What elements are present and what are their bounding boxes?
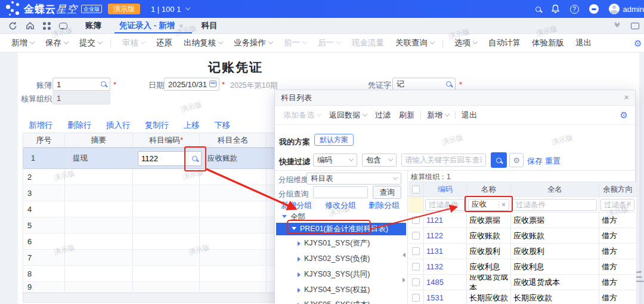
restore-button[interactable]: 还原 xyxy=(156,38,172,48)
col-header-fullname[interactable]: 全名 xyxy=(511,182,599,196)
save-button[interactable]: 保存 xyxy=(45,38,68,48)
row-checkbox[interactable] xyxy=(412,263,420,271)
org-book-switcher[interactable]: 1 | 100 1 xyxy=(151,5,190,14)
delete-group-link[interactable]: 删除分组 xyxy=(369,200,400,211)
collapse-tabs-icon[interactable] xyxy=(615,22,619,26)
move-down-link[interactable]: 下移 xyxy=(214,121,230,130)
row-checkbox[interactable] xyxy=(412,278,420,286)
submit-button[interactable]: 提交 xyxy=(79,38,102,48)
tree-expand-icon[interactable] xyxy=(298,272,301,277)
tree-node-root[interactable]: 全部 xyxy=(282,212,305,222)
row-checkbox[interactable] xyxy=(412,216,420,224)
close-tab-icon[interactable]: × xyxy=(179,22,184,30)
row-account-full-name[interactable]: 应收账款 xyxy=(203,148,270,168)
tree-node-asset[interactable]: KJYS01_SYS(资产) xyxy=(298,238,370,248)
tree-node-selected[interactable]: PRE01(新会计准则科目表) xyxy=(276,223,406,235)
select-all-checkbox[interactable] xyxy=(412,186,420,194)
keyword-input[interactable] xyxy=(401,153,486,167)
refresh-icon[interactable] xyxy=(8,22,17,30)
row-checkbox[interactable] xyxy=(412,232,420,239)
col-header-direction[interactable]: 余额方向 xyxy=(599,182,636,196)
filter-field-select[interactable]: 编码 xyxy=(313,153,357,167)
filter-operator-select[interactable]: 包含 xyxy=(362,153,397,167)
search-button[interactable] xyxy=(491,152,507,168)
move-up-link[interactable]: 上移 xyxy=(184,121,200,130)
exit-button[interactable]: 退出 xyxy=(575,38,592,48)
insert-row-link[interactable]: 插入行 xyxy=(106,121,131,130)
account-row-1121[interactable]: 1121应收票据应收票据借方 xyxy=(408,213,636,228)
group-dim-select[interactable]: 科目表 xyxy=(306,173,401,185)
tree-expand-icon[interactable] xyxy=(298,288,301,293)
splitter-collapse-icon[interactable] xyxy=(402,253,405,257)
close-icon[interactable]: × xyxy=(624,93,629,102)
col-header-name[interactable]: 名称 xyxy=(467,182,511,196)
new-button[interactable]: 新增 xyxy=(11,38,34,48)
try-new-version-button[interactable]: 体验新版 xyxy=(532,38,564,48)
panel-splitter[interactable] xyxy=(407,170,408,304)
account-lookup-icon[interactable] xyxy=(188,152,201,165)
account-code-input[interactable] xyxy=(138,154,188,163)
dialog-exit-button[interactable]: 退出 xyxy=(462,110,477,121)
auto-calc-button[interactable]: 自动计算 xyxy=(488,38,521,48)
apps-grid-icon[interactable] xyxy=(43,22,51,30)
add-group-link[interactable]: 新增分组 xyxy=(281,200,312,211)
home-icon[interactable] xyxy=(26,22,35,30)
toolbar-settings-gear-icon[interactable]: ⚙ xyxy=(634,39,642,48)
splitter-expand-icon[interactable] xyxy=(402,278,405,282)
save-filter-link[interactable]: 保存 xyxy=(527,156,543,167)
account-row-1122[interactable]: 1122应收账款应收账款借方 xyxy=(408,228,636,244)
row-checkbox[interactable] xyxy=(412,247,420,255)
dialog-new-button[interactable]: 新增 xyxy=(427,110,449,121)
col-header-code[interactable]: 编码 xyxy=(424,182,467,196)
tree-node-cost[interactable]: KJYS05_SYS(成本) xyxy=(298,300,370,304)
add-row-link[interactable]: 新增行 xyxy=(29,121,53,130)
default-plan-button[interactable]: 默认方案 xyxy=(314,134,354,146)
tab-voucher-entry[interactable]: 凭证录入 - 新增× xyxy=(119,18,184,33)
restore-window-icon[interactable] xyxy=(631,23,639,29)
clear-icon[interactable]: × xyxy=(499,201,506,209)
row-checkbox[interactable] xyxy=(412,294,420,302)
return-data-button[interactable]: 返回数据 xyxy=(329,110,367,121)
calendar-icon[interactable] xyxy=(209,81,216,87)
voucher-word-lookup-icon[interactable] xyxy=(446,81,451,87)
modify-group-link[interactable]: 修改分组 xyxy=(325,200,356,211)
business-ops-button[interactable]: 业务操作 xyxy=(234,38,273,48)
search-icon[interactable] xyxy=(535,7,541,12)
bell-icon[interactable] xyxy=(551,4,560,14)
row-summary[interactable]: 提现 xyxy=(69,148,137,168)
avatar[interactable] xyxy=(609,4,620,14)
tree-node-equity[interactable]: KJYS04_SYS(权益) xyxy=(298,285,370,295)
account-row-1531[interactable]: 1531长期应收款长期应收款借方 xyxy=(408,290,636,304)
account-row-1131[interactable]: 1131应收股利应收股利借方 xyxy=(408,244,636,259)
delete-row-link[interactable]: 删除行 xyxy=(67,121,92,130)
copy-row-link[interactable]: 复制行 xyxy=(145,121,169,130)
tree-node-liability[interactable]: KJYS02_SYS(负债) xyxy=(298,254,370,264)
query-button[interactable]: 查询 xyxy=(373,186,401,199)
group-search-input[interactable] xyxy=(313,186,368,198)
fullname-filter-input[interactable] xyxy=(512,199,597,211)
options-button[interactable]: 选项 xyxy=(454,38,477,48)
account-row-1485[interactable]: 1485应收退货成本应收退货成本借方 xyxy=(408,275,636,290)
message-icon[interactable] xyxy=(59,23,67,29)
tab-account-book[interactable]: 账簿 xyxy=(85,18,101,33)
direction-filter-input[interactable] xyxy=(600,199,634,211)
row-account-code-cell[interactable] xyxy=(137,148,203,168)
dialog-settings-gear-icon[interactable]: ⚙ xyxy=(620,110,628,119)
tree-collapse-icon[interactable] xyxy=(282,215,287,218)
reset-filter-link[interactable]: 重置 xyxy=(545,156,561,167)
code-filter-input[interactable] xyxy=(425,199,465,211)
tree-node-common[interactable]: KJYS03_SYS(共同) xyxy=(298,269,370,280)
account-row-1132[interactable]: 1132应收利息应收利息借方 xyxy=(408,259,636,275)
tab-account[interactable]: 科目 xyxy=(202,18,218,33)
refresh-button[interactable]: 刷新 xyxy=(399,110,414,121)
account-code-editor[interactable] xyxy=(138,151,202,166)
tree-expand-icon[interactable] xyxy=(298,241,301,246)
name-filter-input[interactable]: 应收× xyxy=(468,199,509,211)
related-query-button[interactable]: 关联查询 xyxy=(395,38,434,48)
book-lookup-icon[interactable] xyxy=(101,81,106,87)
do-not-disturb-icon[interactable] xyxy=(589,4,599,14)
help-icon[interactable]: ? xyxy=(570,5,579,14)
tree-collapse-icon[interactable] xyxy=(292,227,296,230)
filter-settings-gear-icon[interactable]: ⚙ xyxy=(509,153,524,167)
filter-button[interactable]: 过滤 xyxy=(375,110,391,121)
